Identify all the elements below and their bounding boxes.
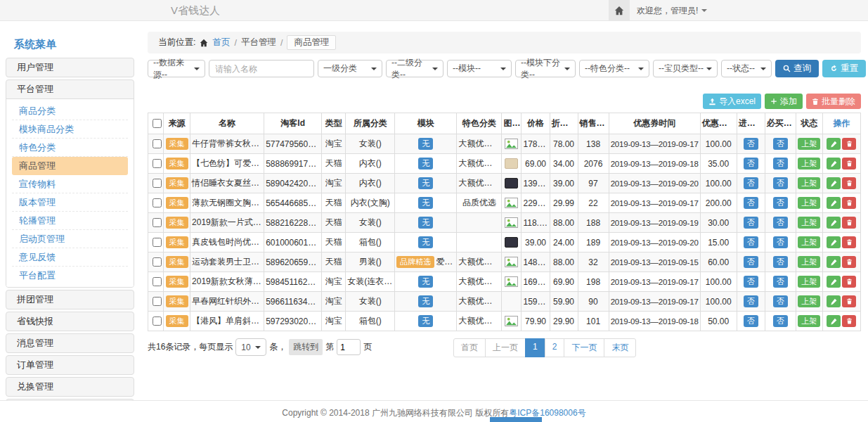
sidebar-group-toggle[interactable]: 省钱快报 [6, 312, 134, 331]
must-buy-flag-badge[interactable]: 否 [773, 217, 788, 229]
status-badge[interactable]: 上架 [798, 158, 820, 170]
row-checkbox[interactable] [153, 297, 162, 306]
sidebar-item[interactable]: 启动页管理 [12, 230, 128, 248]
sidebar-item[interactable]: 特色分类 [12, 139, 128, 157]
edit-button[interactable] [827, 236, 841, 248]
filter-select-1[interactable]: 一级分类 [318, 60, 382, 77]
row-checkbox[interactable] [153, 257, 162, 267]
edit-button[interactable] [827, 276, 841, 288]
edit-button[interactable] [827, 158, 841, 170]
imported-flag-badge[interactable]: 否 [744, 315, 758, 327]
imported-flag-badge[interactable]: 否 [744, 177, 758, 189]
sidebar-item[interactable]: 版本管理 [12, 193, 128, 212]
select-all-checkbox[interactable] [153, 119, 162, 128]
home-button[interactable] [609, 0, 630, 21]
row-checkbox[interactable] [153, 139, 162, 148]
delete-button[interactable] [842, 217, 856, 229]
filter-select-0[interactable]: --数据来源-- [148, 60, 205, 77]
user-menu[interactable]: 欢迎您，管理员! [637, 0, 707, 21]
breadcrumb-home-link[interactable]: 首页 [212, 37, 230, 49]
sidebar-item[interactable]: 宣传物料 [12, 175, 128, 193]
pager-button[interactable]: 首页 [453, 338, 486, 357]
sidebar-item[interactable]: 模块商品分类 [12, 120, 128, 139]
status-badge[interactable]: 上架 [798, 177, 820, 189]
reset-button[interactable]: 重置 [822, 60, 866, 77]
filter-select-4[interactable]: --模块下分类-- [515, 60, 576, 77]
pager-button[interactable]: 末页 [604, 338, 636, 357]
filter-select-7[interactable]: --状态-- [721, 60, 772, 77]
status-badge[interactable]: 上架 [798, 138, 820, 150]
delete-button[interactable] [842, 236, 856, 248]
pager-button[interactable]: 下一页 [564, 338, 604, 357]
page-number-input[interactable] [337, 339, 361, 355]
imported-flag-badge[interactable]: 否 [744, 236, 758, 248]
sidebar-item[interactable]: 轮播管理 [12, 212, 128, 230]
row-checkbox[interactable] [153, 198, 162, 207]
delete-button[interactable] [842, 158, 856, 170]
imported-flag-badge[interactable]: 否 [744, 138, 758, 150]
sidebar-group-toggle[interactable]: 消息管理 [6, 334, 134, 352]
filter-select-3[interactable]: --模块-- [447, 60, 512, 77]
must-buy-flag-badge[interactable]: 否 [773, 158, 788, 170]
row-checkbox[interactable] [153, 179, 162, 188]
row-checkbox[interactable] [153, 277, 162, 286]
sidebar-group-toggle[interactable]: 平台管理 [6, 80, 134, 98]
sidebar-item[interactable]: 平台配置 [12, 267, 128, 284]
delete-button[interactable] [842, 295, 856, 307]
status-badge[interactable]: 上架 [798, 197, 820, 209]
edit-button[interactable] [827, 315, 841, 327]
delete-button[interactable] [842, 138, 856, 150]
row-checkbox[interactable] [153, 238, 162, 247]
sidebar-group-toggle[interactable]: 拼团管理 [6, 290, 134, 309]
edit-button[interactable] [827, 217, 841, 229]
imported-flag-badge[interactable]: 否 [744, 158, 758, 170]
must-buy-flag-badge[interactable]: 否 [773, 315, 788, 327]
jump-to-button[interactable]: 跳转到 [289, 339, 323, 355]
name-search-input[interactable] [209, 60, 314, 77]
status-badge[interactable]: 上架 [798, 236, 820, 248]
must-buy-flag-badge[interactable]: 否 [773, 295, 788, 307]
sidebar-group-toggle[interactable]: 兑换管理 [6, 378, 134, 396]
import-excel-button[interactable]: 导入excel [703, 94, 761, 109]
sidebar-group-toggle[interactable]: 订单管理 [6, 356, 134, 374]
imported-flag-badge[interactable]: 否 [744, 276, 758, 288]
filter-select-6[interactable]: --宝贝类型-- [653, 60, 718, 77]
status-badge[interactable]: 上架 [798, 217, 820, 229]
search-button[interactable]: 查询 [775, 60, 819, 77]
delete-button[interactable] [842, 315, 856, 327]
must-buy-flag-badge[interactable]: 否 [773, 177, 788, 189]
filter-select-5[interactable]: --特色分类-- [579, 60, 649, 77]
batch-delete-button[interactable]: 批量删除 [806, 94, 861, 109]
delete-button[interactable] [842, 177, 856, 189]
row-checkbox[interactable] [153, 218, 162, 227]
must-buy-flag-badge[interactable]: 否 [773, 197, 788, 209]
imported-flag-badge[interactable]: 否 [744, 197, 758, 209]
imported-flag-badge[interactable]: 否 [744, 295, 758, 307]
row-checkbox[interactable] [153, 159, 162, 168]
must-buy-flag-badge[interactable]: 否 [773, 276, 788, 288]
status-badge[interactable]: 上架 [798, 315, 820, 327]
per-page-select[interactable]: 10 [235, 338, 266, 356]
status-badge[interactable]: 上架 [798, 256, 820, 268]
edit-button[interactable] [827, 295, 841, 307]
delete-button[interactable] [842, 197, 856, 209]
sidebar-group-toggle[interactable]: 用户管理 [6, 58, 134, 77]
must-buy-flag-badge[interactable]: 否 [773, 236, 788, 248]
edit-button[interactable] [827, 177, 841, 189]
sidebar-item[interactable]: 商品管理 [12, 157, 128, 175]
filter-select-2[interactable]: --二级分类-- [386, 60, 443, 77]
breadcrumb-item-platform[interactable]: 平台管理 [241, 37, 276, 49]
must-buy-flag-badge[interactable]: 否 [773, 138, 788, 150]
pager-button[interactable]: 上一页 [485, 338, 526, 357]
row-checkbox[interactable] [153, 316, 162, 326]
pager-button[interactable]: 1 [525, 338, 545, 357]
icp-link[interactable]: 粤ICP备16098006号 [509, 408, 585, 418]
edit-button[interactable] [827, 256, 841, 268]
pager-button[interactable]: 2 [545, 338, 565, 357]
status-badge[interactable]: 上架 [798, 295, 820, 307]
must-buy-flag-badge[interactable]: 否 [773, 256, 788, 268]
sidebar-item[interactable]: 商品分类 [12, 102, 128, 120]
delete-button[interactable] [842, 256, 856, 268]
status-badge[interactable]: 上架 [798, 276, 820, 288]
imported-flag-badge[interactable]: 否 [744, 256, 758, 268]
